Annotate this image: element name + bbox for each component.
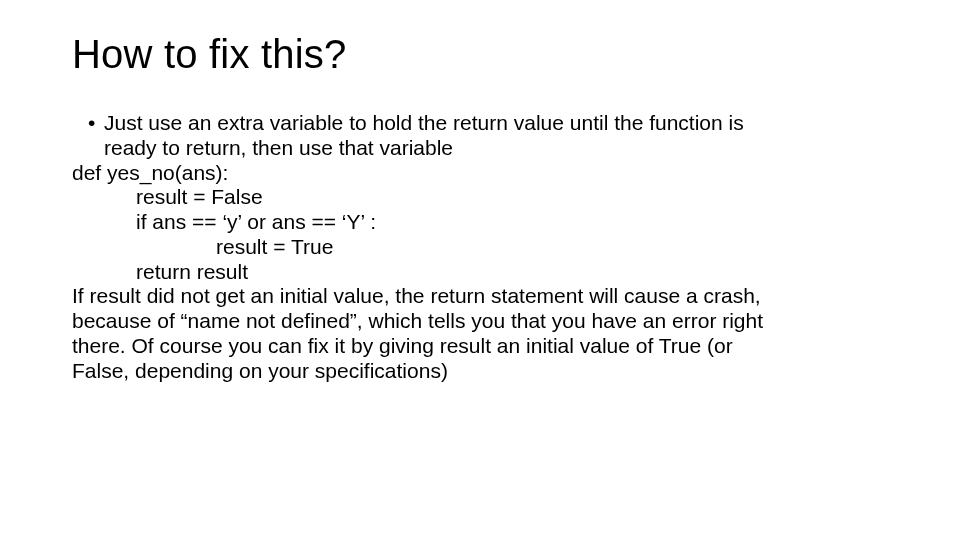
slide: How to fix this? • Just use an extra var… xyxy=(0,0,960,540)
para-line2: because of “name not defined”, which tel… xyxy=(72,309,904,334)
para-line4: False, depending on your specifications) xyxy=(72,359,904,384)
code-line-return: return result xyxy=(136,260,904,285)
bullet-item: • Just use an extra variable to hold the… xyxy=(88,111,904,136)
bullet-text-line2: ready to return, then use that variable xyxy=(104,136,904,161)
bullet-dot-icon: • xyxy=(88,111,102,136)
para-line3: there. Of course you can fix it by givin… xyxy=(72,334,904,359)
explanation-paragraph: If result did not get an initial value, … xyxy=(72,284,904,383)
code-line-result-true: result = True xyxy=(216,235,904,260)
para-line1: If result did not get an initial value, … xyxy=(72,284,904,309)
code-line-if: if ans == ‘y’ or ans == ‘Y’ : xyxy=(136,210,904,235)
code-line-result-false: result = False xyxy=(136,185,904,210)
code-def: def yes_no(ans): xyxy=(72,161,904,186)
bullet-text-line1: Just use an extra variable to hold the r… xyxy=(104,111,904,136)
slide-title: How to fix this? xyxy=(72,32,904,77)
slide-body: • Just use an extra variable to hold the… xyxy=(72,111,904,383)
